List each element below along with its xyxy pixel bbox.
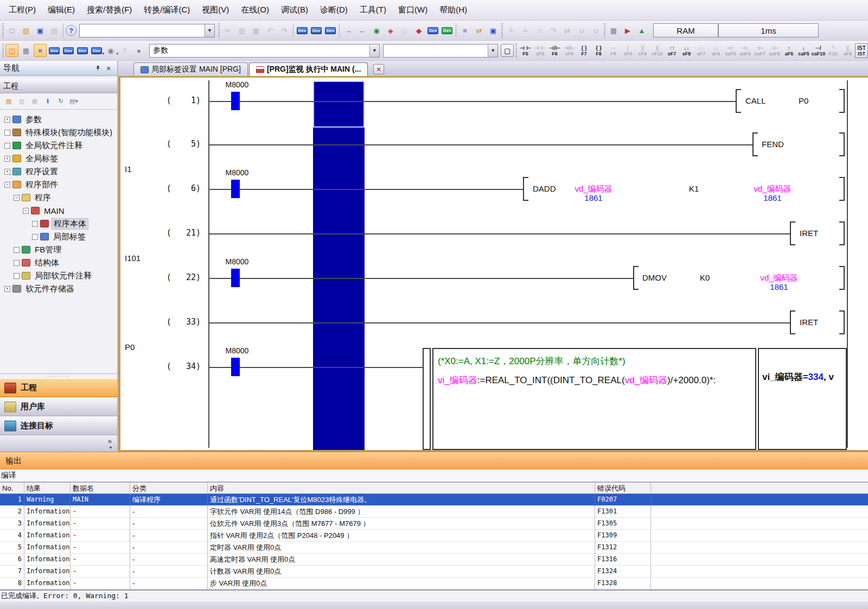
instruction-iret[interactable]: IRET [800, 229, 818, 238]
toolbar-handle[interactable] [515, 43, 517, 58]
fkey-button[interactable]: ( ) F7 [577, 42, 591, 59]
watch-window-2-button[interactable]: Dev [441, 24, 454, 37]
tree-expander[interactable] [14, 273, 20, 279]
tree-expander[interactable] [14, 247, 20, 253]
fkey-button[interactable]: ↑↑ aF7 [694, 42, 709, 59]
fkey-button[interactable]: ⊣↓ saF6 [738, 42, 752, 59]
navigation-toggle-button[interactable]: ◫ [5, 44, 18, 57]
fkey-button[interactable]: IST IST [855, 43, 868, 58]
ladder-jump-button[interactable]: ↷ [547, 24, 560, 37]
tree-item-device-memory[interactable]: + 软元件存储器 [0, 282, 117, 295]
list-view-button[interactable]: ≡ [34, 44, 47, 57]
toolbar-handle[interactable] [2, 43, 4, 58]
toolbar-handle[interactable] [2, 23, 4, 37]
tree-item-local-device-comment[interactable]: 局部软元件注释 [0, 269, 117, 282]
fkey-button[interactable]: ─ F9 [606, 42, 621, 59]
nav-copy-button[interactable]: ▥ [16, 96, 28, 107]
table-row[interactable]: 3 Information - - 位软元件 VAR用 使用3点（范围 M767… [0, 518, 868, 530]
toolbar-handle[interactable] [501, 23, 503, 37]
menu-item[interactable]: 工程(P) [3, 3, 41, 17]
tab-prg-monitor[interactable]: [PRG]监视 执行中 MAIN (... [249, 62, 368, 76]
instruction-dmov[interactable]: DMOV [642, 273, 667, 282]
menu-item[interactable]: 编辑(E) [42, 3, 80, 17]
panel-splitter[interactable]: ········· [0, 374, 117, 378]
menu-item[interactable]: 转换/编译(C) [138, 3, 195, 17]
ladder-coil2-button[interactable]: ∪ [589, 24, 602, 37]
fkey-button[interactable]: ↓↓ sF8 [679, 42, 694, 59]
combo-arrow-icon[interactable]: ▼ [205, 24, 214, 37]
operand-p0[interactable]: P0 [799, 96, 808, 105]
tree-expander[interactable] [32, 221, 38, 227]
instruction-fend[interactable]: FEND [762, 139, 784, 149]
operand-k1[interactable]: K1 [689, 184, 699, 193]
pin-button[interactable] [92, 63, 103, 74]
table-row[interactable]: 7 Information - - 计数器 VAR用 使用0点 F1324 [0, 566, 868, 578]
compile-tab[interactable]: 编译 [0, 470, 868, 482]
fkey-button[interactable]: ↓ caF5 [796, 42, 811, 59]
tree-item-global-device-comment[interactable]: 全局软元件注释 [0, 139, 117, 152]
instruction-iret[interactable]: IRET [800, 318, 818, 327]
watch-window-1-button[interactable]: Dev [426, 24, 439, 37]
device-display-button[interactable]: Dev▾ [90, 44, 103, 57]
verify-with-plc-button[interactable]: Dev [324, 24, 337, 37]
fkey-button[interactable]: ⊣/⊢ F6 [547, 42, 562, 59]
column-header[interactable]: 分类 [130, 483, 208, 494]
undo-button[interactable]: ↶ [264, 24, 277, 37]
table-row[interactable]: 1 Warning MAIN 编译程序 通过函数'DINT_TO_REAL'复位… [0, 494, 868, 506]
combo-arrow-icon[interactable]: ▼ [369, 45, 379, 57]
tree-item-global-label[interactable]: + 全局标签 [0, 152, 117, 165]
toolbar-handle[interactable] [218, 23, 220, 37]
find-zoom-button[interactable]: ◉▾ [104, 44, 117, 57]
contact-m8000[interactable] [231, 269, 240, 287]
menu-item[interactable]: 搜索/替换(F) [81, 3, 137, 17]
fkey-button[interactable]: ↑ aF5 [782, 42, 796, 59]
remote-operation-button[interactable]: ≡ [458, 24, 471, 37]
jump-combobox[interactable]: ▼ [79, 24, 215, 37]
tree-expander[interactable] [4, 130, 10, 136]
copy-button[interactable]: ▥ [235, 24, 248, 37]
toolbar-handle[interactable] [604, 23, 605, 37]
download-button[interactable]: → [342, 24, 355, 37]
fkey-button[interactable]: ↓↓ aF8 [709, 42, 723, 59]
instruction-call[interactable]: CALL [745, 96, 766, 105]
ladder-edit-read-button[interactable]: ┴ [505, 24, 518, 37]
fkey-button[interactable]: ↑↑ sF7 [665, 42, 679, 59]
ladder-pulse-button[interactable]: ∩ [533, 24, 546, 37]
nav-paste-button[interactable]: ▦ [29, 96, 41, 107]
fkey-button[interactable]: ↑⊢ saF7 [752, 42, 767, 59]
nav-button-connection[interactable]: 连接目标 [0, 416, 117, 435]
program-check-button[interactable]: ▢ [501, 44, 514, 57]
tab-close-icon[interactable]: ✕ [373, 64, 384, 74]
fkey-button[interactable]: ─/ caF10 [811, 42, 826, 59]
output-panel-header[interactable]: 输出 [0, 452, 868, 470]
fkey-button[interactable]: ╳ aF9 [840, 42, 855, 59]
nav-info-button[interactable]: ℹ [42, 96, 54, 107]
device-comment-display-button[interactable]: Dev [48, 44, 61, 57]
print-button[interactable]: ▤ [48, 24, 61, 37]
menu-item[interactable]: 窗口(W) [393, 3, 433, 17]
tree-item-parameter[interactable]: + 参数 [0, 113, 117, 126]
inline-st-box[interactable]: (*X0:=A, X1:=Z，2000P分辨率，单方向计数*) vi_编码器:=… [432, 348, 756, 450]
fkey-button[interactable]: { } F8 [591, 42, 606, 59]
statement-display-button[interactable]: Dev [62, 44, 75, 57]
device-combobox[interactable]: ▼ [383, 44, 499, 58]
menu-item[interactable]: 在线(O) [235, 3, 275, 17]
contact-m8000[interactable] [231, 92, 240, 110]
table-row[interactable]: 6 Information - - 高速定时器 VAR用 使用0点 F1316 [0, 554, 868, 566]
table-row[interactable]: 2 Information - - 字软元件 VAR用 使用14点（范围 D98… [0, 506, 868, 518]
menu-item[interactable]: 视图(V) [196, 3, 234, 17]
nav-sort-button[interactable]: ▤▾ [68, 96, 80, 107]
tree-expander[interactable]: + [4, 286, 10, 292]
tree-expander[interactable]: − [4, 182, 10, 188]
device-batch-monitor-button[interactable]: ◈ [384, 24, 397, 37]
column-header[interactable]: 结果 [24, 483, 71, 494]
fkey-button[interactable]: ↓⊢ saF8 [767, 42, 782, 59]
tree-item-main[interactable]: − MAIN [0, 204, 117, 217]
tab-local-label-setting[interactable]: 局部标签设置 MAIN [PRG] [133, 62, 248, 76]
tree-item-program-parts[interactable]: − 程序部件 [0, 178, 117, 191]
help-button-2[interactable]: ? [118, 44, 131, 57]
tree-item-local-label[interactable]: 局部标签 [0, 230, 117, 243]
search-combobox[interactable]: 参数 ▼ [149, 44, 380, 58]
redo-button[interactable]: ↷ [278, 24, 291, 37]
nav-more-button[interactable]: »▾ [0, 435, 117, 452]
